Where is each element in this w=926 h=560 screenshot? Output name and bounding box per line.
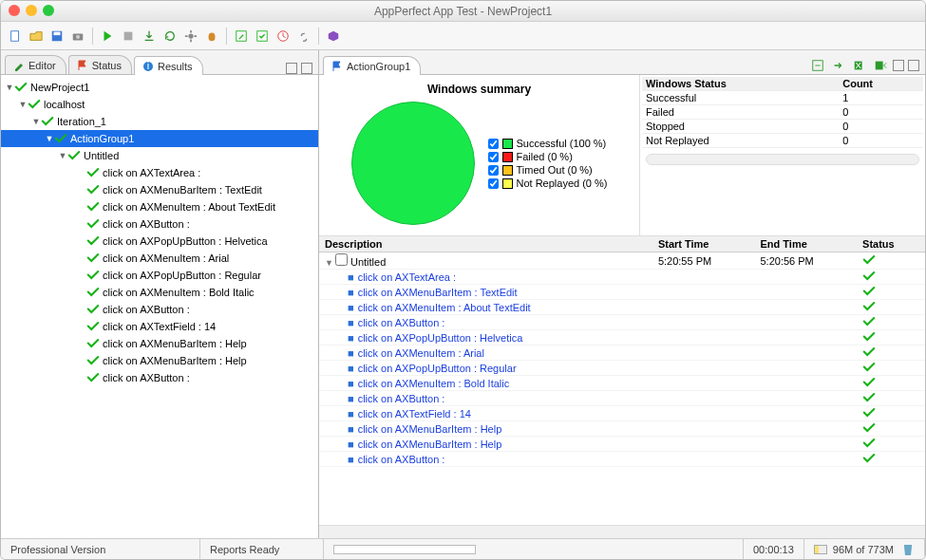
col-start[interactable]: Start Time [652, 236, 755, 252]
legend-checkbox[interactable] [488, 139, 499, 149]
gear-icon[interactable] [182, 28, 199, 45]
tree-item[interactable]: click on AXMenuBarItem : Help [1, 335, 318, 352]
legend-checkbox[interactable] [488, 165, 499, 176]
maximize-pane-icon[interactable] [908, 60, 919, 71]
open-icon[interactable] [28, 28, 45, 45]
validate-icon[interactable] [254, 28, 271, 45]
table-row[interactable]: ■click on AXTextArea : [319, 270, 925, 285]
export-icon[interactable] [141, 28, 158, 45]
tree-item[interactable]: click on AXTextField : 14 [1, 318, 318, 335]
table-row[interactable]: Successful1 [642, 91, 923, 105]
bug-icon[interactable] [203, 28, 220, 45]
tree-item[interactable]: click on AXButton : [1, 215, 318, 233]
table-row[interactable]: ■click on AXMenuBarItem : TextEdit [319, 285, 925, 300]
tab-editor[interactable]: Editor [5, 55, 66, 74]
tree-item[interactable]: ▼NewProject1 [1, 79, 318, 96]
camera-icon[interactable] [69, 28, 86, 45]
legend-checkbox[interactable] [488, 178, 499, 189]
refresh-icon[interactable] [161, 28, 179, 45]
tree-item[interactable]: ▼Untitled [1, 147, 318, 164]
export-green-icon[interactable] [809, 57, 826, 74]
maximize-pane-icon[interactable] [301, 63, 312, 74]
legend-item[interactable]: Not Replayed (0 %) [488, 177, 608, 189]
tree-item[interactable]: click on AXButton : [1, 369, 318, 386]
table-row[interactable]: ■click on AXMenuItem : About TextEdit [319, 300, 925, 315]
col-count[interactable]: Count [839, 77, 923, 91]
stop-icon[interactable] [120, 28, 137, 45]
package-icon[interactable] [325, 28, 342, 45]
table-row[interactable]: ■click on AXButton : [319, 452, 925, 467]
chart-legend: Successful (100 %)Failed (0 %)Timed Out … [488, 138, 608, 189]
info-icon: i [142, 61, 154, 72]
legend-swatch [502, 152, 513, 162]
close-icon[interactable] [9, 5, 20, 16]
table-row[interactable]: ■click on AXMenuItem : Bold Italic [319, 376, 925, 391]
project-tree[interactable]: ▼NewProject1▼localhost▼Iteration_1▼Actio… [1, 75, 318, 538]
progress-bar [333, 545, 476, 554]
tab-results[interactable]: i Results [134, 56, 203, 75]
right-pane: ActionGroup1 X Windows summary Successfu… [319, 50, 925, 538]
svg-rect-20 [876, 62, 883, 70]
right-tabstrip: ActionGroup1 X [319, 50, 925, 75]
legend-item[interactable]: Failed (0 %) [488, 151, 608, 162]
memory-bar-icon [814, 545, 827, 554]
minimize-pane-icon[interactable] [286, 63, 297, 74]
tree-item[interactable]: click on AXMenuItem : Arial [1, 250, 318, 267]
clock-icon[interactable] [274, 28, 292, 45]
table-row[interactable]: ■click on AXTextField : 14 [319, 406, 925, 421]
tree-item[interactable]: click on AXPopUpButton : Regular [1, 267, 318, 284]
minimize-pane-icon[interactable] [893, 60, 904, 71]
row-checkbox[interactable] [335, 253, 348, 266]
svg-rect-5 [124, 31, 133, 40]
tree-item[interactable]: click on AXPopUpButton : Helvetica [1, 233, 318, 250]
statusbar: Professional Version Reports Ready 00:00… [1, 538, 925, 559]
legend-item[interactable]: Timed Out (0 %) [488, 164, 608, 176]
table-row[interactable]: ■click on AXButton : [319, 315, 925, 330]
col-result[interactable]: Status [857, 236, 925, 252]
scrollbar[interactable] [319, 525, 925, 538]
table-row[interactable]: ■click on AXMenuBarItem : Help [319, 421, 925, 437]
col-status[interactable]: Windows Status [642, 77, 839, 91]
left-pane: Editor Status i Results ▼NewProject1▼loc… [1, 50, 319, 538]
tree-item[interactable]: click on AXButton : [1, 301, 318, 318]
table-row[interactable]: ■click on AXMenuItem : Arial [319, 345, 925, 361]
tree-item[interactable]: ▼localhost [1, 96, 318, 113]
excel-export-icon[interactable]: X [851, 57, 868, 74]
play-icon[interactable] [99, 28, 116, 45]
new-icon[interactable] [7, 28, 24, 45]
table-row[interactable]: ▼ Untitled5:20:55 PM5:20:56 PM [319, 252, 925, 270]
link-icon[interactable] [295, 28, 312, 45]
edit-icon[interactable] [233, 28, 250, 45]
flag-icon [77, 60, 88, 71]
tree-item[interactable]: click on AXMenuItem : Bold Italic [1, 284, 318, 301]
tab-status[interactable]: Status [68, 55, 132, 74]
table-row[interactable]: ■click on AXMenuBarItem : Help [319, 437, 925, 452]
tab-actiongroup[interactable]: ActionGroup1 [323, 56, 421, 75]
table-row[interactable]: Not Replayed0 [642, 134, 923, 148]
legend-swatch [502, 178, 513, 189]
tree-item[interactable]: click on AXMenuItem : About TextEdit [1, 198, 318, 215]
legend-checkbox[interactable] [488, 152, 499, 162]
trash-icon[interactable] [901, 543, 915, 556]
legend-item[interactable]: Successful (100 %) [488, 138, 608, 149]
excel-import-icon[interactable] [872, 57, 889, 74]
tree-item[interactable]: click on AXTextArea : [1, 164, 318, 181]
export-arrow-icon[interactable] [830, 57, 847, 74]
tree-item[interactable]: ▼ActionGroup1 [1, 130, 318, 147]
table-row[interactable]: Failed0 [642, 105, 923, 120]
tree-item[interactable]: ▼Iteration_1 [1, 113, 318, 130]
table-row[interactable]: ■click on AXPopUpButton : Helvetica [319, 330, 925, 345]
maximize-icon[interactable] [43, 5, 54, 16]
left-tabstrip: Editor Status i Results [1, 50, 318, 75]
table-row[interactable]: ■click on AXButton : [319, 391, 925, 406]
save-icon[interactable] [48, 28, 66, 45]
table-row[interactable]: Stopped0 [642, 120, 923, 134]
col-description[interactable]: Description [319, 236, 652, 252]
tree-item[interactable]: click on AXMenuBarItem : Help [1, 352, 318, 369]
minimize-icon[interactable] [26, 5, 37, 16]
tree-item[interactable]: click on AXMenuBarItem : TextEdit [1, 181, 318, 198]
scrollbar[interactable] [646, 154, 919, 165]
col-end[interactable]: End Time [754, 236, 857, 252]
status-table: Windows Status Count Successful1Failed0S… [640, 75, 925, 235]
table-row[interactable]: ■click on AXPopUpButton : Regular [319, 361, 925, 376]
